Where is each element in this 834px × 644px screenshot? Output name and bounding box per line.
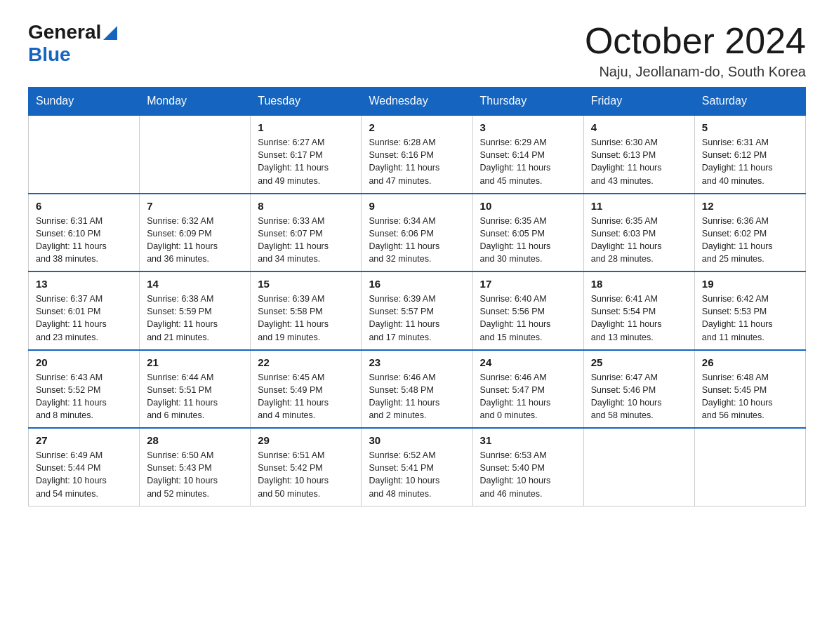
day-info: Sunrise: 6:47 AM Sunset: 5:46 PM Dayligh… bbox=[591, 371, 687, 422]
week-row-3: 13Sunrise: 6:37 AM Sunset: 6:01 PM Dayli… bbox=[29, 271, 806, 350]
calendar-cell: 4Sunrise: 6:30 AM Sunset: 6:13 PM Daylig… bbox=[583, 115, 694, 194]
calendar-cell: 27Sunrise: 6:49 AM Sunset: 5:44 PM Dayli… bbox=[29, 428, 140, 506]
day-info: Sunrise: 6:36 AM Sunset: 6:02 PM Dayligh… bbox=[702, 215, 798, 266]
header-thursday: Thursday bbox=[472, 88, 583, 116]
day-info: Sunrise: 6:51 AM Sunset: 5:42 PM Dayligh… bbox=[258, 449, 354, 500]
day-info: Sunrise: 6:42 AM Sunset: 5:53 PM Dayligh… bbox=[702, 293, 798, 344]
day-number: 31 bbox=[480, 434, 576, 446]
day-number: 19 bbox=[702, 278, 798, 290]
header-monday: Monday bbox=[140, 88, 251, 116]
day-number: 9 bbox=[369, 200, 465, 212]
day-number: 11 bbox=[591, 200, 687, 212]
calendar-cell: 7Sunrise: 6:32 AM Sunset: 6:09 PM Daylig… bbox=[140, 194, 251, 272]
day-number: 7 bbox=[147, 200, 243, 212]
month-title: October 2024 bbox=[585, 21, 806, 61]
day-info: Sunrise: 6:45 AM Sunset: 5:49 PM Dayligh… bbox=[258, 371, 354, 422]
calendar-cell: 17Sunrise: 6:40 AM Sunset: 5:56 PM Dayli… bbox=[472, 271, 583, 350]
calendar-cell: 1Sunrise: 6:27 AM Sunset: 6:17 PM Daylig… bbox=[251, 115, 362, 194]
day-number: 14 bbox=[147, 278, 243, 290]
header-sunday: Sunday bbox=[29, 88, 140, 116]
calendar-cell: 5Sunrise: 6:31 AM Sunset: 6:12 PM Daylig… bbox=[694, 115, 805, 194]
day-info: Sunrise: 6:31 AM Sunset: 6:12 PM Dayligh… bbox=[702, 136, 798, 187]
day-number: 20 bbox=[36, 356, 132, 368]
header-saturday: Saturday bbox=[694, 88, 805, 116]
calendar-cell: 24Sunrise: 6:46 AM Sunset: 5:47 PM Dayli… bbox=[472, 350, 583, 429]
day-number: 1 bbox=[258, 121, 354, 133]
calendar-cell bbox=[140, 115, 251, 194]
calendar-cell: 29Sunrise: 6:51 AM Sunset: 5:42 PM Dayli… bbox=[251, 428, 362, 506]
day-number: 27 bbox=[36, 434, 132, 446]
day-number: 24 bbox=[480, 356, 576, 368]
day-info: Sunrise: 6:41 AM Sunset: 5:54 PM Dayligh… bbox=[591, 293, 687, 344]
day-number: 12 bbox=[702, 200, 798, 212]
calendar-cell: 19Sunrise: 6:42 AM Sunset: 5:53 PM Dayli… bbox=[694, 271, 805, 350]
day-number: 29 bbox=[258, 434, 354, 446]
logo-general: General bbox=[28, 21, 101, 43]
day-number: 13 bbox=[36, 278, 132, 290]
day-number: 3 bbox=[480, 121, 576, 133]
logo-blue: Blue bbox=[28, 43, 117, 66]
calendar-cell: 9Sunrise: 6:34 AM Sunset: 6:06 PM Daylig… bbox=[362, 194, 472, 272]
calendar-cell: 8Sunrise: 6:33 AM Sunset: 6:07 PM Daylig… bbox=[251, 194, 362, 272]
calendar-cell: 6Sunrise: 6:31 AM Sunset: 6:10 PM Daylig… bbox=[29, 194, 140, 272]
day-number: 22 bbox=[258, 356, 354, 368]
day-info: Sunrise: 6:46 AM Sunset: 5:48 PM Dayligh… bbox=[369, 371, 465, 422]
calendar-header: SundayMondayTuesdayWednesdayThursdayFrid… bbox=[29, 88, 806, 116]
calendar-cell: 13Sunrise: 6:37 AM Sunset: 6:01 PM Dayli… bbox=[29, 271, 140, 350]
calendar-cell: 28Sunrise: 6:50 AM Sunset: 5:43 PM Dayli… bbox=[140, 428, 251, 506]
logo-triangle-icon bbox=[103, 26, 117, 40]
location: Naju, Jeollanam-do, South Korea bbox=[585, 64, 806, 80]
day-info: Sunrise: 6:35 AM Sunset: 6:03 PM Dayligh… bbox=[591, 215, 687, 266]
day-number: 18 bbox=[591, 278, 687, 290]
calendar-cell: 10Sunrise: 6:35 AM Sunset: 6:05 PM Dayli… bbox=[472, 194, 583, 272]
title-section: October 2024 Naju, Jeollanam-do, South K… bbox=[585, 21, 806, 80]
calendar-cell: 21Sunrise: 6:44 AM Sunset: 5:51 PM Dayli… bbox=[140, 350, 251, 429]
day-info: Sunrise: 6:37 AM Sunset: 6:01 PM Dayligh… bbox=[36, 293, 132, 344]
day-info: Sunrise: 6:27 AM Sunset: 6:17 PM Dayligh… bbox=[258, 136, 354, 187]
calendar-cell: 11Sunrise: 6:35 AM Sunset: 6:03 PM Dayli… bbox=[583, 194, 694, 272]
day-info: Sunrise: 6:43 AM Sunset: 5:52 PM Dayligh… bbox=[36, 371, 132, 422]
calendar-cell: 25Sunrise: 6:47 AM Sunset: 5:46 PM Dayli… bbox=[583, 350, 694, 429]
day-number: 5 bbox=[702, 121, 798, 133]
calendar-cell: 20Sunrise: 6:43 AM Sunset: 5:52 PM Dayli… bbox=[29, 350, 140, 429]
calendar-cell: 14Sunrise: 6:38 AM Sunset: 5:59 PM Dayli… bbox=[140, 271, 251, 350]
svg-marker-0 bbox=[103, 26, 117, 40]
day-number: 26 bbox=[702, 356, 798, 368]
day-info: Sunrise: 6:38 AM Sunset: 5:59 PM Dayligh… bbox=[147, 293, 243, 344]
calendar-cell: 2Sunrise: 6:28 AM Sunset: 6:16 PM Daylig… bbox=[362, 115, 472, 194]
calendar-cell bbox=[29, 115, 140, 194]
calendar-cell bbox=[694, 428, 805, 506]
calendar-cell: 3Sunrise: 6:29 AM Sunset: 6:14 PM Daylig… bbox=[472, 115, 583, 194]
calendar-cell: 12Sunrise: 6:36 AM Sunset: 6:02 PM Dayli… bbox=[694, 194, 805, 272]
day-info: Sunrise: 6:29 AM Sunset: 6:14 PM Dayligh… bbox=[480, 136, 576, 187]
day-info: Sunrise: 6:31 AM Sunset: 6:10 PM Dayligh… bbox=[36, 215, 132, 266]
day-info: Sunrise: 6:35 AM Sunset: 6:05 PM Dayligh… bbox=[480, 215, 576, 266]
page-header: General Blue October 2024 Naju, Jeollana… bbox=[28, 21, 806, 80]
day-info: Sunrise: 6:46 AM Sunset: 5:47 PM Dayligh… bbox=[480, 371, 576, 422]
day-info: Sunrise: 6:44 AM Sunset: 5:51 PM Dayligh… bbox=[147, 371, 243, 422]
day-info: Sunrise: 6:28 AM Sunset: 6:16 PM Dayligh… bbox=[369, 136, 465, 187]
day-info: Sunrise: 6:34 AM Sunset: 6:06 PM Dayligh… bbox=[369, 215, 465, 266]
day-info: Sunrise: 6:39 AM Sunset: 5:58 PM Dayligh… bbox=[258, 293, 354, 344]
calendar-cell: 26Sunrise: 6:48 AM Sunset: 5:45 PM Dayli… bbox=[694, 350, 805, 429]
day-number: 2 bbox=[369, 121, 465, 133]
calendar-cell: 31Sunrise: 6:53 AM Sunset: 5:40 PM Dayli… bbox=[472, 428, 583, 506]
day-number: 8 bbox=[258, 200, 354, 212]
calendar-cell: 16Sunrise: 6:39 AM Sunset: 5:57 PM Dayli… bbox=[362, 271, 472, 350]
calendar-cell: 18Sunrise: 6:41 AM Sunset: 5:54 PM Dayli… bbox=[583, 271, 694, 350]
day-number: 23 bbox=[369, 356, 465, 368]
calendar-cell: 30Sunrise: 6:52 AM Sunset: 5:41 PM Dayli… bbox=[362, 428, 472, 506]
day-info: Sunrise: 6:49 AM Sunset: 5:44 PM Dayligh… bbox=[36, 449, 132, 500]
day-info: Sunrise: 6:50 AM Sunset: 5:43 PM Dayligh… bbox=[147, 449, 243, 500]
calendar-table: SundayMondayTuesdayWednesdayThursdayFrid… bbox=[28, 87, 806, 507]
day-number: 28 bbox=[147, 434, 243, 446]
header-tuesday: Tuesday bbox=[251, 88, 362, 116]
calendar-cell bbox=[583, 428, 694, 506]
day-info: Sunrise: 6:40 AM Sunset: 5:56 PM Dayligh… bbox=[480, 293, 576, 344]
day-number: 16 bbox=[369, 278, 465, 290]
day-number: 15 bbox=[258, 278, 354, 290]
day-info: Sunrise: 6:30 AM Sunset: 6:13 PM Dayligh… bbox=[591, 136, 687, 187]
calendar-cell: 23Sunrise: 6:46 AM Sunset: 5:48 PM Dayli… bbox=[362, 350, 472, 429]
day-number: 6 bbox=[36, 200, 132, 212]
day-info: Sunrise: 6:39 AM Sunset: 5:57 PM Dayligh… bbox=[369, 293, 465, 344]
